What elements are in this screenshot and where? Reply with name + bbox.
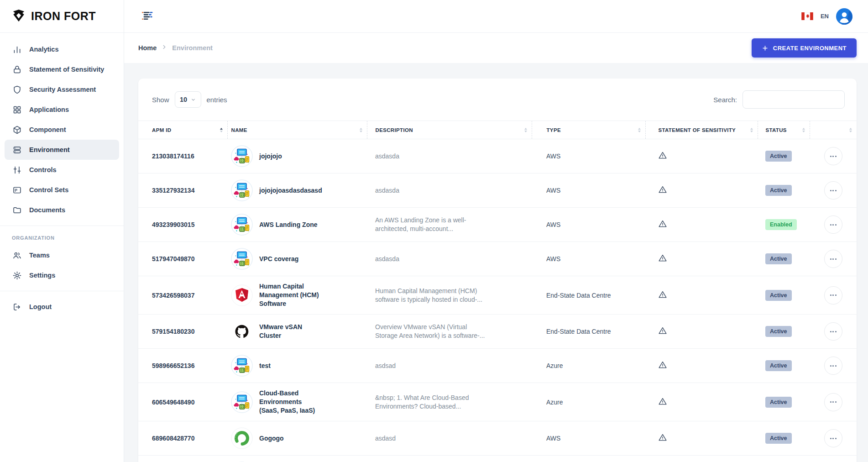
environment-name-link[interactable]: Cloud-Based Environments (SaaS, PaaS, Ia… bbox=[259, 389, 319, 415]
ellipsis-icon bbox=[830, 294, 831, 296]
environment-name-link[interactable]: jojojojo bbox=[259, 152, 282, 161]
cell-status: Active bbox=[758, 173, 810, 208]
search-input[interactable] bbox=[743, 90, 845, 109]
brand-name: IRON FORT bbox=[31, 10, 96, 23]
row-actions-button[interactable] bbox=[824, 181, 842, 200]
column-header-statement-of-sensitivity[interactable]: STATEMENT OF SENSITIVITY bbox=[645, 121, 758, 139]
show-label: Show bbox=[152, 96, 169, 104]
cell-apm-id: 573426598037 bbox=[138, 276, 227, 315]
column-header-blank[interactable] bbox=[810, 121, 857, 139]
sort-arrows-icon bbox=[360, 128, 362, 132]
chevron-right-icon bbox=[161, 44, 167, 52]
topbar-right: EN bbox=[801, 8, 852, 25]
sort-arrows-icon bbox=[220, 128, 223, 132]
sidebar-item-statement-of-sensitivity[interactable]: Statement of Sensitivity bbox=[5, 59, 119, 79]
warning-triangle-icon[interactable] bbox=[658, 360, 667, 369]
warning-triangle-icon[interactable] bbox=[658, 185, 667, 194]
column-header-name[interactable]: NAME bbox=[227, 121, 367, 139]
warning-triangle-icon[interactable] bbox=[658, 151, 667, 160]
environment-name-link[interactable]: Gogogo bbox=[259, 434, 284, 443]
column-header-status[interactable]: STATUS bbox=[758, 121, 810, 139]
cell-name: jojojojoasdasdasasd bbox=[227, 173, 367, 208]
status-badge: Enabled bbox=[765, 219, 797, 230]
cell-name: AWS Landing Zone bbox=[227, 208, 367, 242]
environment-table: APM IDNAMEDESCRIPTIONTYPESTATEMENT OF SE… bbox=[138, 121, 857, 462]
main-area: EN Home Environment bbox=[124, 0, 868, 462]
warning-triangle-icon[interactable] bbox=[658, 433, 667, 442]
warning-triangle-icon[interactable] bbox=[658, 253, 667, 262]
status-badge: Active bbox=[765, 185, 792, 196]
column-header-apm-id[interactable]: APM ID bbox=[138, 121, 227, 139]
cell-status: Enabled bbox=[758, 208, 810, 242]
sidebar-item-documents[interactable]: Documents bbox=[5, 200, 119, 220]
column-header-type[interactable]: TYPE bbox=[532, 121, 645, 139]
sidebar-item-controls[interactable]: Controls bbox=[5, 160, 119, 180]
environment-name-link[interactable]: jojojojoasdasdasasd bbox=[259, 186, 319, 195]
brand-logo[interactable]: IRON FORT bbox=[0, 0, 124, 33]
cell-type bbox=[532, 456, 645, 462]
warning-triangle-icon[interactable] bbox=[658, 326, 667, 335]
cell-statement-of-sensitivity bbox=[645, 139, 758, 173]
sidebar-item-analytics[interactable]: Analytics bbox=[5, 39, 119, 59]
entries-label: entries bbox=[207, 96, 227, 104]
cell-apm-id: 213038174116 bbox=[138, 139, 227, 173]
warning-triangle-icon[interactable] bbox=[658, 290, 667, 299]
row-actions-button[interactable] bbox=[824, 250, 842, 268]
environment-name-link[interactable]: VPC coverag bbox=[259, 255, 298, 263]
language-flag-button[interactable] bbox=[801, 12, 813, 20]
user-menu-button[interactable] bbox=[836, 8, 852, 25]
row-actions-button[interactable] bbox=[824, 286, 842, 304]
sidebar-item-logout[interactable]: Logout bbox=[5, 297, 119, 317]
row-actions-button[interactable] bbox=[824, 147, 842, 165]
cell-statement-of-sensitivity bbox=[645, 421, 758, 456]
sidebar-item-teams[interactable]: Teams bbox=[5, 245, 119, 265]
cell-status: Active bbox=[758, 276, 810, 315]
row-actions-button[interactable] bbox=[824, 322, 842, 341]
cell-actions bbox=[810, 173, 857, 208]
menu-toggle-button[interactable] bbox=[140, 10, 155, 23]
sidebar-item-label: Analytics bbox=[29, 46, 58, 53]
table-row: 493239903015AWS Landing ZoneAn AWS Landi… bbox=[138, 208, 857, 242]
row-actions-button[interactable] bbox=[824, 215, 842, 234]
sidebar-item-component[interactable]: Component bbox=[5, 120, 119, 140]
table-row: 213038174116jojojojoasdasdaAWSActive bbox=[138, 139, 857, 173]
lock-icon bbox=[12, 64, 22, 74]
cell-name: test bbox=[227, 349, 367, 383]
cell-type: AWS bbox=[532, 208, 645, 242]
cell-description: Overview VMware vSAN (Virtual Storage Ar… bbox=[367, 315, 532, 349]
warning-triangle-icon[interactable] bbox=[658, 397, 667, 406]
sidebar-item-security-assessment[interactable]: Security Assessment bbox=[5, 79, 119, 100]
sidebar-item-environment[interactable]: Environment bbox=[5, 140, 119, 160]
column-label: NAME bbox=[231, 127, 247, 133]
table-header-row: APM IDNAMEDESCRIPTIONTYPESTATEMENT OF SE… bbox=[138, 121, 857, 139]
organization-section-label: ORGANIZATION bbox=[0, 231, 124, 245]
cell-name: Gogogo bbox=[227, 421, 367, 456]
environment-name-link[interactable]: VMware vSAN Cluster bbox=[259, 323, 319, 340]
column-header-description[interactable]: DESCRIPTION bbox=[367, 121, 532, 139]
cell-type: AWS bbox=[532, 421, 645, 456]
sidebar-item-label: Security Assessment bbox=[29, 86, 96, 93]
cell-apm-id: 606549648490 bbox=[138, 383, 227, 421]
environment-name-link[interactable]: test bbox=[259, 362, 271, 370]
cell-name: VPC coverag bbox=[227, 242, 367, 276]
plus-icon bbox=[762, 45, 769, 52]
cell-statement-of-sensitivity bbox=[645, 208, 758, 242]
cell-status: Active bbox=[758, 139, 810, 173]
sidebar-item-control-sets[interactable]: Control Sets bbox=[5, 180, 119, 200]
environment-name-link[interactable]: AWS Landing Zone bbox=[259, 220, 318, 229]
sidebar-item-settings[interactable]: Settings bbox=[5, 265, 119, 285]
sidebar-item-label: Documents bbox=[29, 206, 65, 214]
breadcrumb-home-link[interactable]: Home bbox=[138, 44, 157, 52]
language-label[interactable]: EN bbox=[821, 13, 829, 20]
row-actions-button[interactable] bbox=[824, 429, 842, 447]
row-actions-button[interactable] bbox=[824, 393, 842, 411]
row-actions-button[interactable] bbox=[824, 357, 842, 375]
page-size-select[interactable]: 10 bbox=[175, 91, 201, 108]
environment-name-link[interactable]: Human Capital Management (HCM) Software bbox=[259, 282, 319, 308]
table-row: 579154180230VMware vSAN ClusterOverview … bbox=[138, 315, 857, 349]
sidebar-item-applications[interactable]: Applications bbox=[5, 100, 119, 120]
warning-triangle-icon[interactable] bbox=[658, 219, 667, 228]
create-environment-button[interactable]: CREATE ENVIRONMENT bbox=[752, 38, 857, 58]
cell-name: Cloud-Based Environments (SaaS, PaaS, Ia… bbox=[227, 383, 367, 421]
people-icon bbox=[12, 250, 22, 260]
